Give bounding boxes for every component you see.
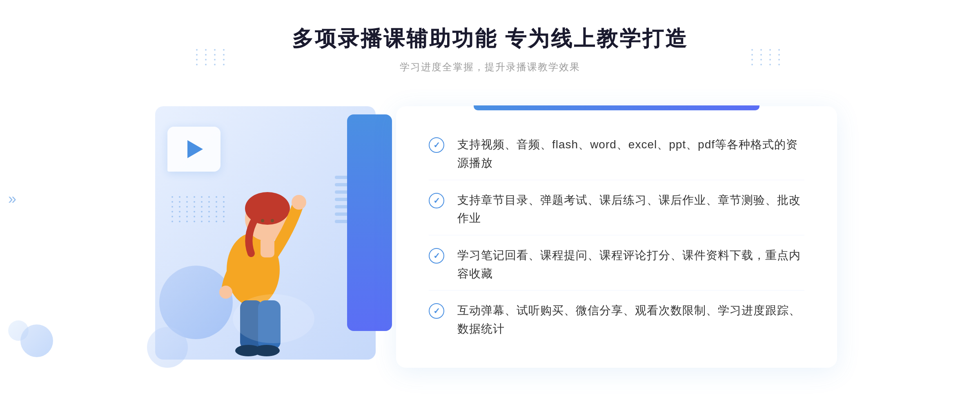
checkmark-1: ✓ bbox=[433, 140, 440, 150]
main-title: 多项录播课辅助功能 专为线上教学打造 bbox=[292, 25, 688, 53]
illustration-area bbox=[143, 94, 388, 380]
dots-right-decoration bbox=[751, 49, 784, 82]
feature-item-3: ✓ 学习笔记回看、课程提问、课程评论打分、课件资料下载，重点内容收藏 bbox=[429, 239, 804, 291]
chevron-icon: » bbox=[8, 192, 16, 206]
svg-point-12 bbox=[233, 294, 314, 343]
features-panel-top-bar bbox=[474, 105, 760, 110]
feature-item-4: ✓ 互动弹幕、试听购买、微信分享、观看次数限制、学习进度跟踪、数据统计 bbox=[429, 294, 804, 346]
feature-text-2: 支持章节目录、弹题考试、课后练习、课后作业、章节测验、批改作业 bbox=[457, 191, 804, 228]
check-icon-1: ✓ bbox=[429, 137, 445, 154]
check-icon-3: ✓ bbox=[429, 248, 445, 264]
checkmark-3: ✓ bbox=[433, 251, 440, 261]
header-section: 多项录播课辅助功能 专为线上教学打造 学习进度全掌握，提升录播课教学效果 bbox=[292, 25, 688, 74]
blue-panel bbox=[347, 114, 392, 331]
feature-item-1: ✓ 支持视频、音频、flash、word、excel、ppt、pdf等各种格式的… bbox=[429, 128, 804, 180]
checkmark-4: ✓ bbox=[433, 306, 440, 316]
bottom-circle-small bbox=[8, 320, 29, 341]
sub-title: 学习进度全掌握，提升录播课教学效果 bbox=[292, 60, 688, 74]
person-illustration bbox=[192, 155, 314, 368]
feature-item-2: ✓ 支持章节目录、弹题考试、课后练习、课后作业、章节测验、批改作业 bbox=[429, 184, 804, 236]
content-area: ✓ 支持视频、音频、flash、word、excel、ppt、pdf等各种格式的… bbox=[143, 94, 837, 380]
check-icon-4: ✓ bbox=[429, 303, 445, 320]
checkmark-2: ✓ bbox=[433, 196, 440, 206]
svg-point-3 bbox=[261, 219, 264, 222]
svg-rect-11 bbox=[261, 237, 274, 257]
small-circle-decoration bbox=[147, 327, 188, 368]
svg-point-10 bbox=[254, 345, 280, 356]
feature-text-1: 支持视频、音频、flash、word、excel、ppt、pdf等各种格式的资源… bbox=[457, 136, 804, 172]
dots-left-decoration bbox=[196, 49, 229, 82]
feature-text-3: 学习笔记回看、课程提问、课程评论打分、课件资料下载，重点内容收藏 bbox=[457, 246, 804, 283]
left-arrow-decoration: » bbox=[8, 192, 16, 206]
page-container: 多项录播课辅助功能 专为线上教学打造 学习进度全掌握，提升录播课教学效果 bbox=[0, 0, 980, 398]
features-panel: ✓ 支持视频、音频、flash、word、excel、ppt、pdf等各种格式的… bbox=[396, 106, 837, 368]
feature-text-4: 互动弹幕、试听购买、微信分享、观看次数限制、学习进度跟踪、数据统计 bbox=[457, 302, 804, 338]
svg-point-4 bbox=[271, 219, 274, 222]
svg-point-5 bbox=[292, 195, 306, 210]
check-icon-2: ✓ bbox=[429, 193, 445, 209]
svg-point-6 bbox=[219, 286, 232, 299]
